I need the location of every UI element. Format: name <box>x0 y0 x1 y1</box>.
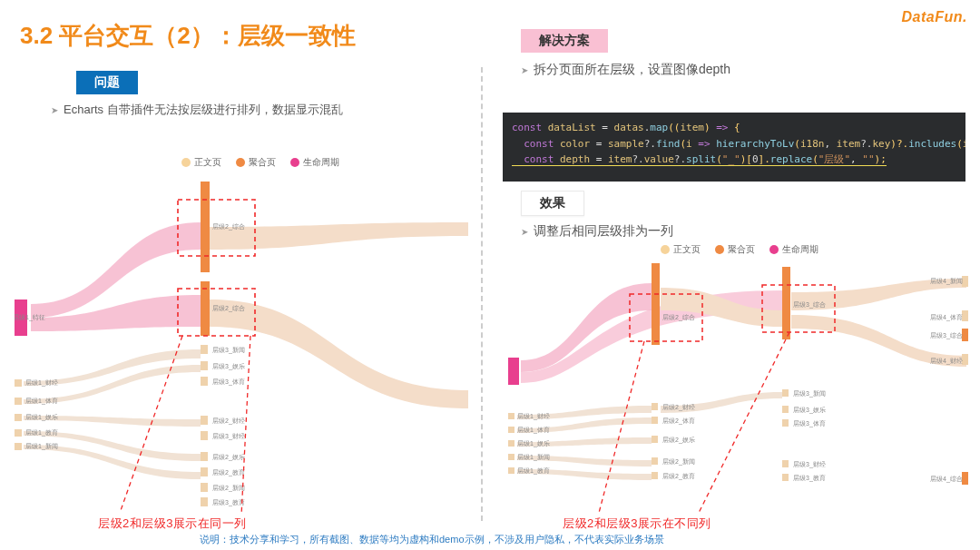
caption-problem: 层级2和层级3展示在同一列 <box>98 516 247 532</box>
svg-rect-47 <box>652 436 658 443</box>
legend-dot-icon <box>715 245 724 254</box>
svg-rect-55 <box>782 474 789 481</box>
svg-text:层级1_新闻: 层级1_新闻 <box>25 443 58 450</box>
svg-line-85 <box>599 341 644 513</box>
svg-text:层级4_体育: 层级4_体育 <box>930 313 963 321</box>
svg-text:层级1_特征: 层级1_特征 <box>15 314 45 321</box>
legend-dot-icon <box>769 245 779 254</box>
svg-text:层级1_教育: 层级1_教育 <box>25 428 58 437</box>
svg-text:层级2_新闻: 层级2_新闻 <box>662 458 695 466</box>
svg-text:层级4_综合: 层级4_综合 <box>930 476 963 483</box>
chart-legend-left: 正文页 聚合页 生命周期 <box>181 156 339 169</box>
svg-text:层级2_财经: 层级2_财经 <box>212 417 245 425</box>
svg-rect-56 <box>962 276 968 287</box>
section-label-problem: 问题 <box>76 71 138 94</box>
section-label-solution: 解决方案 <box>521 29 608 53</box>
svg-rect-9 <box>201 361 208 370</box>
svg-text:层级2_教育: 层级2_教育 <box>212 468 245 476</box>
svg-text:层级1_娱乐: 层级1_娱乐 <box>517 440 550 447</box>
svg-text:层级1_体育: 层级1_体育 <box>25 397 58 405</box>
svg-line-86 <box>699 332 789 513</box>
svg-text:层级3_体育: 层级3_体育 <box>793 419 826 427</box>
svg-rect-4 <box>15 429 22 437</box>
brand-logo: DataFun. <box>902 9 967 25</box>
svg-rect-13 <box>201 452 208 461</box>
column-divider <box>481 67 483 521</box>
sankey-chart-problem: 层级2_综合 层级2_综合 层级3_新闻 层级3_娱乐 层级3_体育 层级2_财… <box>15 172 468 513</box>
svg-text:层级3_娱乐: 层级3_娱乐 <box>212 363 245 370</box>
svg-rect-38 <box>508 358 519 385</box>
svg-text:层级3_体育: 层级3_体育 <box>212 378 245 386</box>
caption-effect: 层级2和层级3展示在不同列 <box>563 516 711 532</box>
svg-text:层级3_综合: 层级3_综合 <box>930 332 963 339</box>
svg-rect-15 <box>201 483 208 492</box>
svg-rect-45 <box>652 403 658 410</box>
svg-text:层级3_教育: 层级3_教育 <box>793 474 826 482</box>
svg-text:层级1_教育: 层级1_教育 <box>517 467 550 475</box>
svg-rect-50 <box>782 267 790 339</box>
svg-rect-54 <box>782 460 789 467</box>
svg-text:层级3_财经: 层级3_财经 <box>793 461 826 468</box>
page-title: 3.2 平台交互（2）：层级一致性 <box>20 20 356 52</box>
svg-rect-3 <box>15 414 22 421</box>
svg-text:层级2_综合: 层级2_综合 <box>662 314 695 321</box>
svg-rect-41 <box>508 440 514 447</box>
svg-text:层级3_娱乐: 层级3_娱乐 <box>793 407 826 414</box>
svg-rect-53 <box>782 419 789 427</box>
disclaimer-text: 说明：技术分享和学习，所有截图、数据等均为虚构和demo示例，不涉及用户隐私，不… <box>200 533 664 546</box>
svg-text:层级1_财经: 层级1_财经 <box>25 379 58 387</box>
svg-rect-39 <box>508 413 514 419</box>
svg-rect-60 <box>962 472 968 485</box>
svg-rect-44 <box>652 263 660 345</box>
svg-text:层级3_教育: 层级3_教育 <box>212 498 245 506</box>
legend-dot-icon <box>236 158 245 167</box>
svg-rect-5 <box>15 443 22 450</box>
svg-rect-52 <box>782 406 789 413</box>
svg-rect-59 <box>962 354 968 365</box>
svg-text:层级1_体育: 层级1_体育 <box>517 426 550 434</box>
svg-rect-1 <box>15 379 22 387</box>
bullet-problem: Echarts 自带插件无法按层级进行排列，数据显示混乱 <box>51 102 343 118</box>
svg-text:层级2_新闻: 层级2_新闻 <box>212 485 245 492</box>
svg-rect-51 <box>782 389 789 397</box>
chart-legend-right: 正文页 聚合页 生命周期 <box>661 243 818 256</box>
svg-rect-43 <box>508 467 514 474</box>
svg-text:层级3_新闻: 层级3_新闻 <box>212 347 245 354</box>
code-snippet: const dataList = datas.map((item) => { c… <box>503 113 965 182</box>
svg-rect-14 <box>201 467 208 476</box>
svg-text:层级1_娱乐: 层级1_娱乐 <box>25 414 58 421</box>
svg-rect-58 <box>962 329 968 341</box>
svg-text:层级1_新闻: 层级1_新闻 <box>517 454 550 461</box>
section-label-effect: 效果 <box>521 191 584 216</box>
svg-rect-8 <box>201 345 208 354</box>
svg-rect-10 <box>201 377 208 386</box>
legend-dot-icon <box>290 158 299 167</box>
svg-rect-11 <box>201 416 208 425</box>
sankey-chart-effect: 层级2_综合 层级2_财经 层级2_体育 层级2_娱乐 层级2_新闻 层级2_教… <box>508 256 971 515</box>
svg-rect-40 <box>508 427 514 433</box>
svg-rect-12 <box>201 431 208 440</box>
svg-rect-49 <box>652 472 658 479</box>
svg-rect-48 <box>652 457 658 465</box>
svg-text:层级4_财经: 层级4_财经 <box>930 358 963 365</box>
svg-rect-42 <box>508 454 514 460</box>
svg-text:层级2_娱乐: 层级2_娱乐 <box>662 437 695 444</box>
svg-rect-6 <box>201 182 210 272</box>
svg-rect-46 <box>652 417 658 424</box>
svg-text:层级2_体育: 层级2_体育 <box>662 417 695 425</box>
svg-rect-7 <box>201 281 210 336</box>
svg-text:层级3_新闻: 层级3_新闻 <box>793 390 826 398</box>
svg-text:层级4_新闻: 层级4_新闻 <box>930 278 963 285</box>
svg-text:层级2_综合: 层级2_综合 <box>212 223 245 231</box>
svg-text:层级3_财经: 层级3_财经 <box>212 433 245 440</box>
svg-text:层级1_财经: 层级1_财经 <box>517 413 550 420</box>
svg-rect-57 <box>962 310 968 321</box>
svg-text:层级2_教育: 层级2_教育 <box>662 472 695 480</box>
svg-text:层级2_综合: 层级2_综合 <box>212 305 245 312</box>
bullet-solution: 拆分页面所在层级，设置图像depth <box>521 62 730 78</box>
svg-text:层级3_综合: 层级3_综合 <box>793 301 826 309</box>
svg-text:层级2_娱乐: 层级2_娱乐 <box>212 454 245 461</box>
legend-dot-icon <box>181 158 191 167</box>
svg-text:层级2_财经: 层级2_财经 <box>662 404 695 411</box>
bullet-effect: 调整后相同层级排为一列 <box>521 223 673 240</box>
